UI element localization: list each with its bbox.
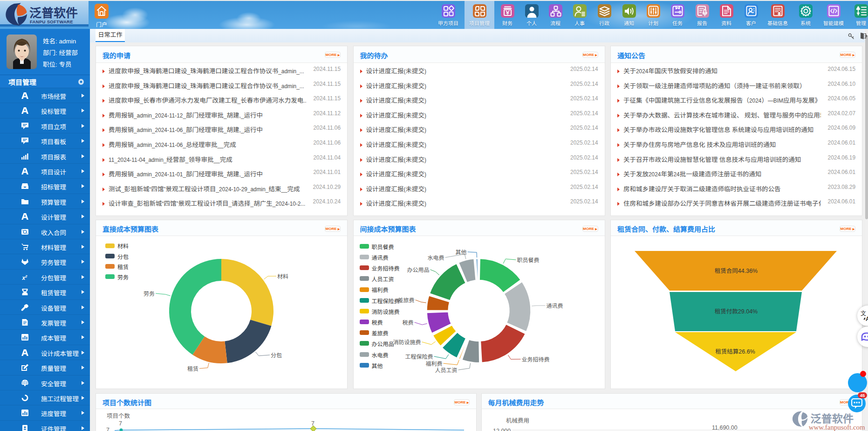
svg-text:差旅费: 差旅费: [397, 297, 414, 304]
svg-text:办公用品: 办公用品: [407, 267, 429, 273]
svg-text:7: 7: [311, 420, 314, 427]
svg-text:7: 7: [106, 427, 109, 431]
svg-text:12,000: 12,000: [493, 428, 511, 431]
svg-text:7: 7: [119, 420, 122, 427]
svg-text:福利费: 福利费: [425, 361, 442, 367]
svg-text:租赁合同44.36%: 租赁合同44.36%: [715, 268, 758, 274]
svg-text:泛普软件: 泛普软件: [29, 6, 78, 20]
svg-text:职员餐费: 职员餐费: [517, 257, 539, 264]
svg-text:劳务: 劳务: [144, 291, 155, 297]
svg-text:材料: 材料: [277, 273, 288, 280]
svg-text:租赁: 租赁: [187, 366, 198, 372]
svg-text:业务招待费: 业务招待费: [521, 356, 549, 363]
svg-text:水电费: 水电费: [427, 255, 444, 261]
svg-text:FANPU SOFTWARE: FANPU SOFTWARE: [30, 19, 73, 24]
svg-text:人员工资: 人员工资: [435, 367, 457, 374]
svg-text:通讯费: 通讯费: [546, 303, 563, 309]
svg-text:租赁付款29.04%: 租赁付款29.04%: [715, 308, 758, 315]
svg-text:租赁结算26.6%: 租赁结算26.6%: [715, 348, 755, 355]
svg-text:消防设施费: 消防设施费: [393, 339, 421, 346]
svg-text:项目个数: 项目个数: [107, 413, 130, 419]
svg-text:www.fanpusoft.com: www.fanpusoft.com: [809, 424, 865, 431]
svg-text:工程保险费: 工程保险费: [405, 354, 433, 360]
svg-text:A: A: [866, 316, 868, 322]
svg-text:税费: 税费: [402, 320, 413, 326]
svg-text:机械费用: 机械费用: [506, 417, 529, 424]
svg-text:其他: 其他: [455, 249, 466, 256]
svg-text:分包: 分包: [271, 352, 282, 359]
